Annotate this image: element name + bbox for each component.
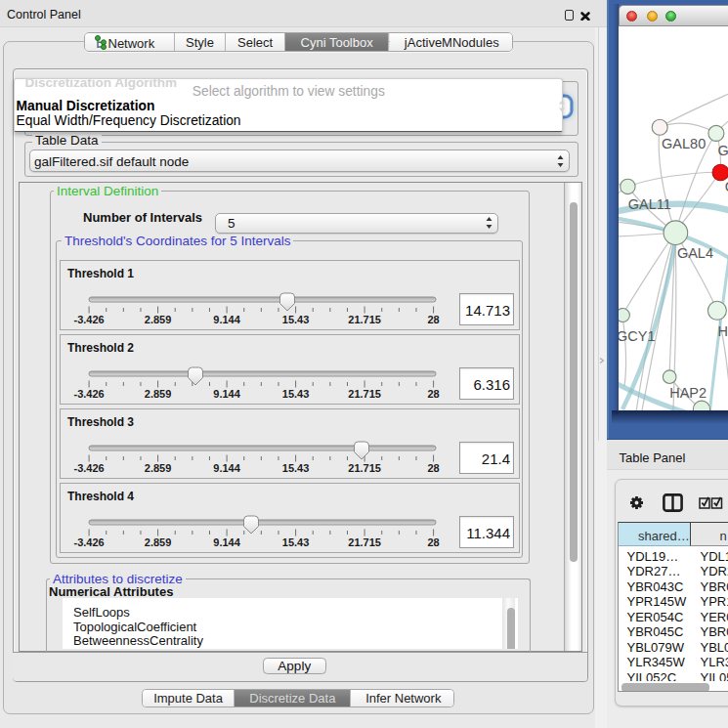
svg-text:-3.426: -3.426 — [73, 314, 104, 325]
svg-text:9.144: 9.144 — [213, 314, 240, 325]
svg-text:GAL11: GAL11 — [627, 196, 670, 212]
svg-text:2.859: 2.859 — [145, 462, 172, 474]
svg-text:21.715: 21.715 — [348, 462, 381, 474]
svg-text:15.43: 15.43 — [282, 388, 310, 400]
svg-text:9.144: 9.144 — [213, 388, 240, 400]
svg-text:2.859: 2.859 — [145, 388, 172, 400]
svg-text:15.43: 15.43 — [282, 536, 310, 548]
svg-text:GAL2: GAL2 — [717, 142, 728, 157]
svg-text:9.144: 9.144 — [213, 462, 240, 474]
svg-text:2.859: 2.859 — [145, 314, 172, 325]
svg-text:HIS4: HIS4 — [717, 323, 728, 339]
svg-text:HAP2: HAP2 — [669, 385, 707, 401]
svg-text:GCY1: GCY1 — [619, 327, 656, 343]
svg-text:28: 28 — [427, 314, 439, 325]
svg-text:28: 28 — [427, 536, 439, 548]
svg-text:2.859: 2.859 — [145, 536, 172, 548]
svg-text:GAL80: GAL80 — [662, 136, 706, 151]
svg-text:15.43: 15.43 — [282, 462, 310, 474]
svg-text:21.715: 21.715 — [348, 314, 381, 325]
svg-text:21.715: 21.715 — [348, 388, 381, 400]
svg-text:-3.426: -3.426 — [73, 462, 104, 474]
svg-text:9.144: 9.144 — [213, 536, 240, 548]
svg-text:-3.426: -3.426 — [73, 536, 104, 548]
svg-text:CRP1: CRP1 — [724, 178, 728, 193]
svg-text:15.43: 15.43 — [282, 314, 310, 325]
svg-text:28: 28 — [427, 462, 439, 474]
svg-text:-3.426: -3.426 — [73, 388, 104, 400]
svg-text:GAL4: GAL4 — [676, 244, 712, 260]
svg-text:28: 28 — [427, 388, 439, 400]
svg-text:21.715: 21.715 — [348, 536, 381, 548]
